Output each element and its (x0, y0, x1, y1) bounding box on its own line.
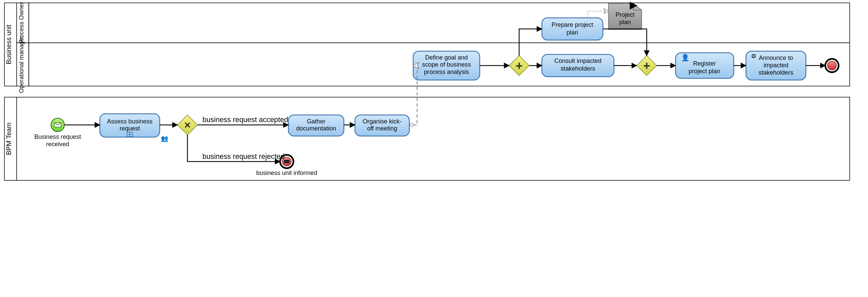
svg-text:Consult impacted: Consult impacted (554, 57, 601, 64)
svg-text:scope of business: scope of business (422, 61, 471, 68)
envelope-icon (284, 160, 289, 163)
end-event-reject-label: business unit informed (256, 169, 317, 176)
svg-text:process analysis: process analysis (424, 68, 469, 75)
cond-accepted-label: business request accepted (202, 115, 288, 124)
svg-point-27 (828, 61, 837, 70)
bpmn-diagram: Business unit Process Owner Operational … (0, 0, 868, 297)
start-event-label-1: Business request (34, 133, 81, 140)
svg-text:request: request (120, 125, 140, 132)
task-prepare-project-plan[interactable]: Prepare project plan (542, 18, 603, 40)
cond-rejected-label: business request rejected (202, 152, 284, 160)
svg-text:plan: plan (567, 29, 578, 36)
task-organise-kickoff[interactable]: Organise kick- off meeting (355, 115, 410, 136)
svg-rect-29 (17, 97, 849, 181)
svg-text:Organise kick-: Organise kick- (363, 118, 402, 125)
end-event-business-unit[interactable] (825, 59, 839, 72)
svg-text:stakeholders: stakeholders (561, 65, 595, 72)
pool-label-business-unit: Business unit (5, 24, 12, 64)
svg-text:stakeholders: stakeholders (759, 69, 793, 76)
svg-text:plan: plan (619, 19, 630, 25)
pool-bpm-team: BPM Team (4, 97, 849, 181)
svg-text:Gather: Gather (307, 118, 326, 125)
task-assess-business-request[interactable]: Assess business request (100, 114, 160, 137)
svg-text:off meeting: off meeting (367, 125, 397, 132)
svg-rect-3 (29, 3, 849, 43)
message-flow-source-icon (410, 123, 413, 127)
service-gear-icon: ⚙ (751, 53, 756, 60)
svg-text:project plan: project plan (689, 67, 720, 75)
svg-text:×: × (184, 119, 191, 131)
task-gather-documentation[interactable]: Gather documentation (288, 115, 344, 136)
svg-text:Prepare project: Prepare project (552, 21, 593, 28)
start-event-label-2: received (46, 141, 69, 148)
task-define-goal-scope[interactable]: Define goal and scope of business proces… (413, 51, 480, 80)
task-consult-stakeholders[interactable]: Consult impacted stakeholders (542, 55, 614, 77)
start-event-business-request[interactable] (51, 118, 65, 132)
svg-text:Register: Register (693, 60, 716, 67)
task-register-project-plan[interactable]: 👤 Register project plan (675, 53, 734, 78)
svg-text:Define goal and: Define goal and (425, 54, 468, 61)
svg-text:Project: Project (616, 11, 634, 18)
svg-text:+: + (516, 59, 523, 72)
svg-text:Announce to: Announce to (759, 54, 793, 61)
data-object-project-plan: Project plan (609, 3, 642, 29)
svg-text:impacted: impacted (764, 62, 788, 68)
task-announce-stakeholders[interactable]: ⚙ Announce to impacted stakeholders (746, 51, 806, 80)
participant-icon: 👥 (161, 135, 168, 142)
svg-text:+: + (643, 59, 650, 72)
svg-text:Assess business: Assess business (107, 118, 152, 125)
lane-label-operational-manager: Operational manager (18, 36, 25, 93)
user-icon: 👤 (681, 54, 689, 62)
svg-text:documentation: documentation (296, 125, 336, 132)
pool-label-bpm-team: BPM Team (5, 123, 12, 155)
